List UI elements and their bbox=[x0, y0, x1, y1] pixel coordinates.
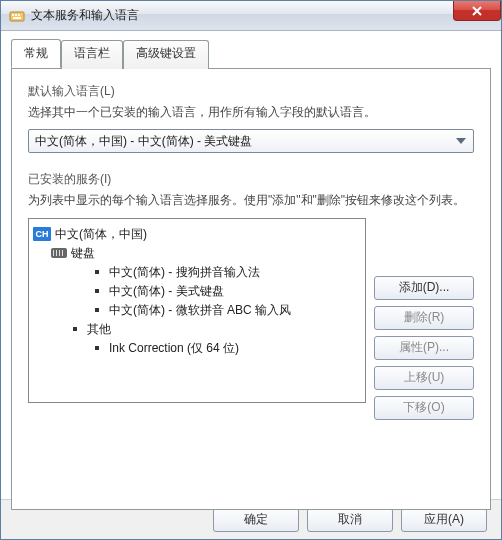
app-icon bbox=[9, 8, 25, 24]
tree-keyboard-label: 键盘 bbox=[71, 245, 95, 262]
tree-keyboard-group[interactable]: 键盘 bbox=[33, 244, 361, 263]
installed-services-heading: 已安装的服务(I) bbox=[28, 171, 474, 188]
keyboard-icon bbox=[51, 248, 67, 258]
tabstrip: 常规 语言栏 高级键设置 bbox=[11, 39, 491, 68]
default-language-heading: 默认输入语言(L) bbox=[28, 83, 474, 100]
installed-services-desc: 为列表中显示的每个输入语言选择服务。使用"添加"和"删除"按钮来修改这个列表。 bbox=[28, 192, 474, 209]
tab-panel-general: 默认输入语言(L) 选择其中一个已安装的输入语言，用作所有输入字段的默认语言。 … bbox=[11, 68, 491, 510]
language-badge-icon: CH bbox=[33, 227, 51, 241]
move-down-button[interactable]: 下移(O) bbox=[374, 396, 474, 420]
tree-other-item[interactable]: Ink Correction (仅 64 位) bbox=[33, 339, 361, 358]
svg-rect-3 bbox=[18, 14, 20, 16]
bullet-icon bbox=[95, 270, 99, 274]
move-up-button[interactable]: 上移(U) bbox=[374, 366, 474, 390]
bullet-icon bbox=[95, 346, 99, 350]
default-language-selected: 中文(简体，中国) - 中文(简体) - 美式键盘 bbox=[35, 133, 252, 150]
tree-kbd-item[interactable]: 中文(简体) - 搜狗拼音输入法 bbox=[33, 263, 361, 282]
svg-rect-2 bbox=[15, 14, 17, 16]
bullet-icon bbox=[95, 308, 99, 312]
dialog-window: 文本服务和输入语言 常规 语言栏 高级键设置 默认输入语言(L) 选择其中一个已… bbox=[0, 0, 502, 540]
window-title: 文本服务和输入语言 bbox=[31, 7, 139, 24]
client-area: 常规 语言栏 高级键设置 默认输入语言(L) 选择其中一个已安装的输入语言，用作… bbox=[1, 31, 501, 539]
tree-kbd-item-label: 中文(简体) - 微软拼音 ABC 输入风 bbox=[109, 302, 291, 319]
close-button[interactable] bbox=[453, 1, 501, 21]
tree-language-label: 中文(简体，中国) bbox=[55, 226, 147, 243]
tree-language-row[interactable]: CH 中文(简体，中国) bbox=[33, 225, 361, 244]
titlebar: 文本服务和输入语言 bbox=[1, 1, 501, 31]
tab-advanced-keys[interactable]: 高级键设置 bbox=[123, 40, 209, 69]
tab-general[interactable]: 常规 bbox=[11, 39, 61, 68]
properties-button[interactable]: 属性(P)... bbox=[374, 336, 474, 360]
bullet-icon bbox=[73, 327, 77, 331]
default-language-desc: 选择其中一个已安装的输入语言，用作所有输入字段的默认语言。 bbox=[28, 104, 474, 121]
default-language-dropdown[interactable]: 中文(简体，中国) - 中文(简体) - 美式键盘 bbox=[28, 129, 474, 153]
bullet-icon bbox=[95, 289, 99, 293]
tree-other-item-label: Ink Correction (仅 64 位) bbox=[109, 340, 239, 357]
tree-other-group[interactable]: 其他 bbox=[33, 320, 361, 339]
add-button[interactable]: 添加(D)... bbox=[374, 276, 474, 300]
svg-rect-0 bbox=[10, 12, 24, 21]
services-button-column: 添加(D)... 删除(R) 属性(P)... 上移(U) 下移(O) bbox=[374, 218, 474, 420]
services-tree[interactable]: CH 中文(简体，中国) 键盘 中文(简体) - 搜狗拼音输入法 bbox=[28, 218, 366, 403]
tree-kbd-item[interactable]: 中文(简体) - 美式键盘 bbox=[33, 282, 361, 301]
ok-button[interactable]: 确定 bbox=[213, 508, 299, 532]
apply-button[interactable]: 应用(A) bbox=[401, 508, 487, 532]
svg-rect-4 bbox=[13, 17, 21, 19]
tree-other-label: 其他 bbox=[87, 321, 111, 338]
tree-kbd-item-label: 中文(简体) - 搜狗拼音输入法 bbox=[109, 264, 260, 281]
cancel-button[interactable]: 取消 bbox=[307, 508, 393, 532]
tab-langbar[interactable]: 语言栏 bbox=[61, 40, 123, 69]
close-icon bbox=[472, 6, 482, 16]
tree-kbd-item-label: 中文(简体) - 美式键盘 bbox=[109, 283, 224, 300]
tree-kbd-item[interactable]: 中文(简体) - 微软拼音 ABC 输入风 bbox=[33, 301, 361, 320]
remove-button[interactable]: 删除(R) bbox=[374, 306, 474, 330]
svg-rect-1 bbox=[12, 14, 14, 16]
chevron-down-icon bbox=[453, 133, 469, 149]
